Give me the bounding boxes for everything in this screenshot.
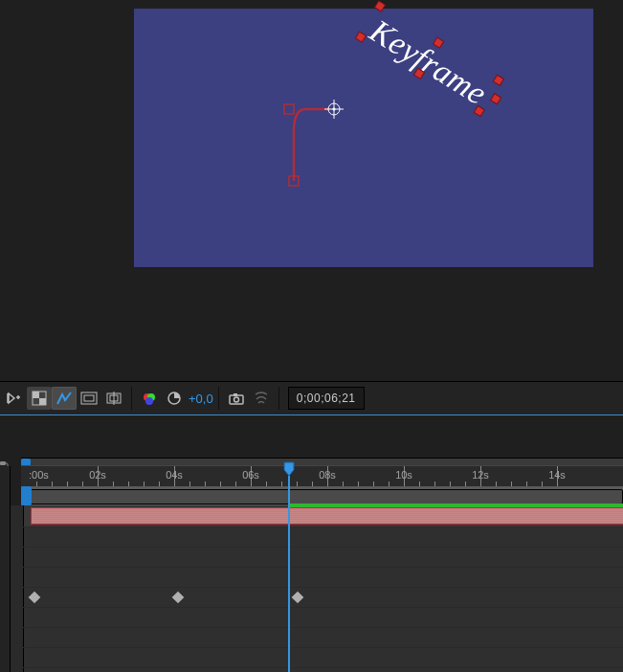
- composition-stage[interactable]: Keyframe: [134, 9, 593, 267]
- svg-rect-17: [84, 395, 94, 401]
- svg-rect-12: [474, 106, 484, 117]
- property-row[interactable]: [10, 668, 623, 672]
- mask-visibility-button[interactable]: [52, 387, 77, 410]
- keyframe-row[interactable]: [10, 588, 623, 608]
- svg-point-23: [145, 397, 153, 405]
- property-row[interactable]: [10, 527, 623, 548]
- svg-rect-1: [284, 104, 294, 114]
- transparency-grid-button[interactable]: [27, 387, 52, 410]
- keyframe-diamond[interactable]: [172, 592, 185, 604]
- toolbar-separator: [131, 387, 132, 410]
- exposure-reset-button[interactable]: [162, 387, 187, 410]
- keyframe-diamond[interactable]: [29, 592, 41, 604]
- svg-rect-6: [375, 1, 386, 11]
- svg-rect-16: [81, 392, 97, 404]
- ruler-tick-label: 06s: [242, 469, 259, 481]
- work-area-region[interactable]: [21, 489, 623, 504]
- svg-rect-26: [234, 393, 237, 396]
- property-row[interactable]: [10, 568, 623, 588]
- safe-zones-button[interactable]: [77, 387, 101, 410]
- ruler-tick-label: 12s: [472, 469, 489, 481]
- svg-rect-14: [33, 392, 39, 398]
- layer-duration-bar[interactable]: [31, 507, 623, 525]
- svg-rect-8: [493, 75, 503, 85]
- ruler-tick-label: 14s: [548, 469, 566, 481]
- ruler-tick-label: 02s: [89, 469, 106, 481]
- viewer-toolbar: +0,0 0;00;06;21: [0, 381, 623, 416]
- svg-rect-11: [413, 68, 424, 78]
- toolbar-separator: [278, 387, 279, 410]
- svg-point-5: [333, 108, 336, 111]
- composition-viewer[interactable]: Keyframe: [0, 0, 623, 381]
- svg-rect-9: [491, 94, 501, 104]
- layer-bar-row[interactable]: [10, 505, 623, 527]
- svg-point-2: [328, 103, 340, 115]
- time-ruler[interactable]: :00s 02s04s06s08s10s12s14s: [21, 465, 623, 488]
- ruler-tick-label: 10s: [395, 469, 412, 481]
- property-row[interactable]: [10, 648, 623, 668]
- snapshot-button[interactable]: [224, 387, 249, 410]
- ruler-start-label: :00s: [29, 469, 49, 481]
- svg-rect-10: [355, 32, 366, 42]
- timeline-gutter: [0, 466, 11, 672]
- preview-timecode[interactable]: 0;00;06;21: [288, 387, 365, 410]
- ruler-tick-label: 08s: [319, 469, 336, 481]
- grid-guides-button[interactable]: [101, 387, 126, 410]
- svg-rect-7: [434, 37, 444, 48]
- property-row[interactable]: [10, 628, 623, 648]
- svg-rect-0: [289, 176, 299, 186]
- toolbar-separator: [218, 387, 219, 410]
- timeline-panel: :00s 02s04s06s08s10s12s14s: [0, 415, 623, 672]
- fast-preview-button[interactable]: [2, 387, 27, 410]
- show-snapshot-button[interactable]: [249, 387, 274, 410]
- color-management-button[interactable]: [137, 387, 162, 410]
- text-layer-keyframe[interactable]: Keyframe: [364, 12, 494, 112]
- keyframe-diamond[interactable]: [292, 592, 304, 604]
- svg-point-27: [234, 397, 238, 402]
- property-row[interactable]: [10, 548, 623, 568]
- exposure-value[interactable]: +0,0: [189, 392, 213, 406]
- ruler-tick-label: 04s: [166, 469, 183, 481]
- svg-rect-29: [0, 461, 6, 465]
- work-area-start-handle[interactable]: [21, 486, 32, 505]
- property-row[interactable]: [10, 608, 623, 628]
- svg-rect-15: [39, 398, 46, 405]
- timeline-tracks: [10, 505, 623, 672]
